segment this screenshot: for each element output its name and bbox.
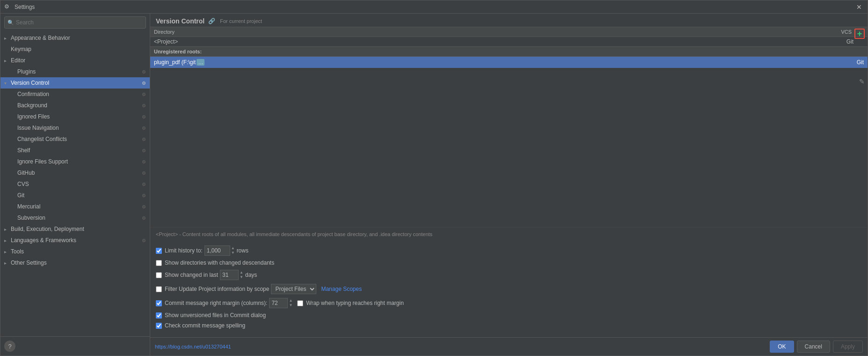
sidebar-item-tools[interactable]: ▸ Tools	[0, 246, 150, 257]
cancel-button[interactable]: Cancel	[797, 341, 830, 353]
sidebar-item-label: Background	[17, 102, 47, 109]
settings-window: ⚙ Settings ✕ 🔍 ▸ Appearance & Behavior K…	[0, 0, 868, 356]
rows-label: rows	[237, 247, 248, 254]
sidebar-item-label: Ignore Files Support	[17, 158, 68, 165]
filter-update-row: Filter Update Project information by sco…	[156, 284, 862, 294]
sidebar-item-appearance[interactable]: ▸ Appearance & Behavior	[0, 32, 150, 44]
sidebar-item-background[interactable]: Background ⚙	[0, 100, 150, 111]
unregistered-header: Unregistered roots:	[150, 46, 868, 57]
sidebar-item-mercurial[interactable]: Mercurial ⚙	[0, 201, 150, 212]
sidebar-item-label: Appearance & Behavior	[11, 35, 70, 41]
arrow-icon: ▸	[4, 36, 11, 41]
vcs-table-wrap: Directory VCS <Project> Git	[150, 27, 868, 68]
sidebar-item-label: Tools	[11, 248, 24, 255]
ok-button[interactable]: OK	[770, 341, 794, 353]
show-changed-last-input[interactable]	[220, 270, 239, 280]
settings-window-icon: ⚙	[4, 3, 12, 11]
settings-small-icon: ⚙	[142, 215, 146, 221]
show-changed-last-checkbox[interactable]	[156, 272, 162, 278]
project-table-row: <Project> Git	[150, 37, 868, 47]
filter-update-label: Filter Update Project information by sco…	[165, 286, 269, 292]
footer-note: <Project> - Content roots of all modules…	[150, 227, 868, 241]
check-spelling-checkbox[interactable]	[156, 323, 162, 329]
commit-margin-checkbox[interactable]	[156, 300, 162, 306]
sidebar-item-build-execution[interactable]: ▸ Build, Execution, Deployment	[0, 223, 150, 235]
sidebar-item-editor[interactable]: ▸ Editor	[0, 55, 150, 66]
show-unversioned-label: Show unversioned files in Commit dialog	[165, 312, 266, 319]
sidebar-item-other-settings[interactable]: ▸ Other Settings	[0, 257, 150, 268]
limit-history-checkbox[interactable]	[156, 248, 162, 254]
main-panel: Version Control 🔗 For current project Di…	[150, 14, 868, 356]
commit-margin-spinner[interactable]: ▲▼	[289, 298, 292, 308]
edit-icon[interactable]: ✎	[859, 78, 865, 85]
sidebar-item-changelist-conflicts[interactable]: Changelist Conflicts ⚙	[0, 134, 150, 145]
arrow-icon: ▸	[4, 58, 11, 63]
sidebar: 🔍 ▸ Appearance & Behavior Keymap ▸ Edito…	[0, 14, 150, 356]
arrow-icon: ▸	[4, 227, 11, 232]
sidebar-item-label: Ignored Files	[17, 113, 50, 120]
settings-small-icon: ⚙	[142, 69, 146, 74]
sidebar-item-languages-frameworks[interactable]: ▸ Languages & Frameworks ⚙	[0, 235, 150, 246]
filter-update-checkbox[interactable]	[156, 286, 162, 292]
commit-margin-input[interactable]	[269, 298, 288, 308]
sidebar-item-label: Shelf	[17, 147, 30, 154]
sidebar-item-label: Changelist Conflicts	[17, 136, 67, 142]
limit-history-input[interactable]	[204, 245, 230, 256]
show-changed-last-label: Show changed in last	[165, 272, 218, 278]
add-vcs-button[interactable]: +	[854, 29, 865, 39]
show-changed-desc-row: Show directories with changed descendant…	[156, 260, 862, 266]
search-icon: 🔍	[7, 20, 14, 26]
sidebar-item-subversion[interactable]: Subversion ⚙	[0, 212, 150, 223]
unregistered-label: Unregistered roots:	[154, 49, 202, 54]
show-changed-desc-checkbox[interactable]	[156, 260, 162, 266]
settings-small-icon: ⚙	[142, 182, 146, 187]
settings-small-icon: ⚙	[142, 126, 146, 131]
sidebar-item-label: Plugins	[17, 68, 36, 75]
days-label: days	[245, 272, 257, 278]
show-changed-last-row: Show changed in last ▲▼ days	[156, 270, 862, 280]
show-unversioned-checkbox[interactable]	[156, 312, 162, 319]
sidebar-item-label: Mercurial	[17, 203, 40, 210]
wrap-checkbox[interactable]	[297, 300, 303, 306]
settings-small-icon: ⚙	[142, 81, 146, 86]
sidebar-item-label: Confirmation	[17, 91, 49, 97]
link-icon: 🔗	[208, 18, 215, 24]
sidebar-item-label: Build, Execution, Deployment	[11, 226, 84, 232]
arrow-icon: ▸	[4, 238, 11, 243]
sidebar-item-issue-navigation[interactable]: Issue Navigation ⚙	[0, 122, 150, 134]
main-title: Version Control	[156, 17, 204, 25]
sidebar-item-label: CVS	[17, 181, 29, 187]
sidebar-item-label: GitHub	[17, 170, 35, 176]
sidebar-item-version-control[interactable]: ▾ Version Control ⚙	[0, 77, 150, 89]
show-changed-last-spinner[interactable]: ▲▼	[240, 270, 243, 280]
sidebar-item-plugins[interactable]: Plugins ⚙	[0, 66, 150, 77]
col-directory-header: Directory	[150, 27, 830, 37]
settings-small-icon: ⚙	[142, 159, 146, 164]
unregistered-row[interactable]: plugin_pdf (F:\git… Git	[150, 57, 868, 68]
sidebar-item-github[interactable]: GitHub ⚙	[0, 167, 150, 178]
sidebar-item-cvs[interactable]: CVS ⚙	[0, 178, 150, 190]
limit-history-row: Limit history to: ▲▼ rows	[156, 245, 862, 256]
sidebar-item-label: Editor	[11, 57, 25, 64]
show-unversioned-row: Show unversioned files in Commit dialog	[156, 312, 862, 319]
sidebar-item-ignored-files[interactable]: Ignored Files ⚙	[0, 111, 150, 122]
sidebar-item-confirmation[interactable]: Confirmation ⚙	[0, 89, 150, 100]
limit-history-spinner[interactable]: ▲▼	[231, 246, 235, 255]
titlebar: ⚙ Settings ✕	[0, 0, 868, 14]
help-button[interactable]: ?	[4, 341, 15, 352]
sidebar-item-shelf[interactable]: Shelf ⚙	[0, 145, 150, 156]
apply-button[interactable]: Apply	[833, 341, 863, 353]
manage-scopes-link[interactable]: Manage Scopes	[321, 286, 362, 292]
settings-small-icon: ⚙	[142, 137, 146, 142]
sidebar-item-ignore-files-support[interactable]: Ignore Files Support ⚙	[0, 156, 150, 167]
search-box[interactable]: 🔍	[4, 16, 146, 29]
vcs-table: Directory VCS <Project> Git	[150, 27, 868, 46]
sidebar-item-label: Version Control	[11, 80, 49, 86]
dialog-footer: https://blog.csdn.net/u013270441 OK Canc…	[150, 337, 868, 356]
sidebar-item-keymap[interactable]: Keymap	[0, 44, 150, 55]
sidebar-item-git[interactable]: Git ⚙	[0, 190, 150, 201]
scope-dropdown[interactable]: Project Files	[271, 284, 316, 294]
search-input[interactable]	[16, 19, 143, 26]
close-button[interactable]: ✕	[854, 2, 864, 12]
edit-vcs-button-wrap: ✎	[859, 78, 865, 85]
